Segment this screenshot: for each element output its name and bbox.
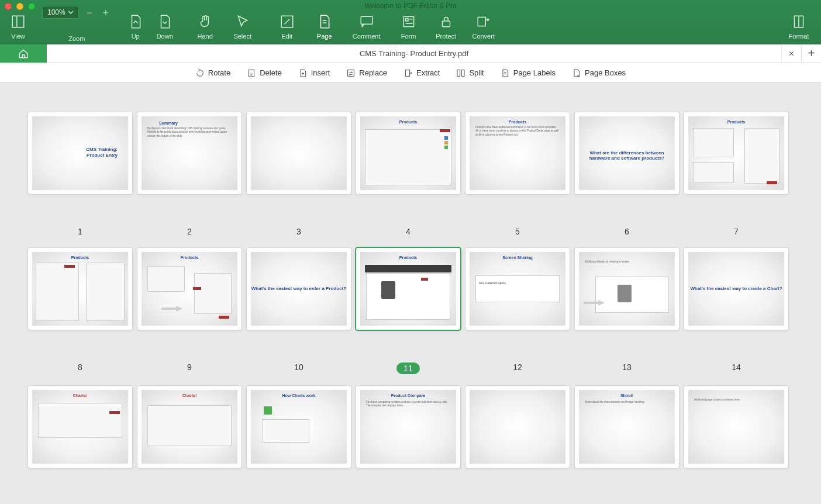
- slide10-text: What's the easiest way to enter a Produc…: [251, 286, 347, 291]
- home-tab[interactable]: [0, 44, 47, 63]
- page-number-3: 3: [296, 227, 301, 236]
- window-close-button[interactable]: [5, 3, 12, 10]
- toolbar-up-label: Up: [132, 33, 140, 40]
- thumbnail-page-14[interactable]: What's the easiest way to create a Chart…: [684, 248, 788, 330]
- svg-rect-21: [405, 70, 409, 76]
- page-number-2: 2: [187, 227, 192, 236]
- insert-button[interactable]: Insert: [298, 68, 330, 78]
- lock-icon: [439, 14, 454, 29]
- page-number-14: 14: [732, 363, 741, 372]
- slide7-header: Products: [688, 120, 784, 124]
- thumbnail-page-2[interactable]: Summary Background text block describing…: [137, 112, 242, 194]
- slide14-text: What's the easiest way to create a Chart…: [688, 286, 784, 291]
- replace-icon: [346, 68, 356, 78]
- thumbnail-page-7[interactable]: Products: [684, 112, 788, 194]
- zoom-out-button[interactable]: −: [81, 7, 98, 19]
- toolbar-select-button[interactable]: Select: [224, 0, 261, 42]
- thumbnail-page-3[interactable]: [247, 112, 351, 194]
- thumbnails-area[interactable]: CMS Training: Product Entry 1 Summary Ba…: [0, 83, 821, 504]
- view-icon: [11, 14, 26, 29]
- rotate-icon: [195, 68, 205, 78]
- window-zoom-button[interactable]: [28, 3, 35, 10]
- thumbnail-page-20[interactable]: Shoot! Notes about the shoot process and…: [575, 386, 679, 468]
- thumbnail-page-10[interactable]: What's the easiest way to enter a Produc…: [247, 248, 351, 330]
- thumbnail-page-11[interactable]: Products: [356, 248, 460, 330]
- toolbar-convert-button[interactable]: Convert: [465, 0, 502, 42]
- toolbar-hand-button[interactable]: Hand: [187, 0, 224, 42]
- toolbar-form-button[interactable]: Form: [390, 0, 427, 42]
- thumbnail-page-15[interactable]: Charts!: [28, 386, 132, 468]
- slide4-header: Products: [360, 120, 456, 124]
- svg-rect-22: [457, 70, 460, 76]
- toolbar-format-button[interactable]: Format: [780, 0, 817, 42]
- thumbnail-page-18[interactable]: Product Compare For those comparing mult…: [356, 386, 460, 468]
- thumbnail-page-4[interactable]: Products: [356, 112, 460, 194]
- thumbnail-page-21[interactable]: Additional page content continues here.: [684, 386, 788, 468]
- toolbar-protect-button[interactable]: Protect: [427, 0, 465, 42]
- toolbar-comment-label: Comment: [353, 33, 381, 40]
- toolbar-page-button[interactable]: Page: [306, 0, 343, 42]
- edit-icon: [280, 14, 295, 29]
- rotate-label: Rotate: [208, 68, 230, 77]
- window-minimize-button[interactable]: [16, 3, 23, 10]
- hand-icon: [198, 14, 213, 29]
- page-number-8: 8: [78, 363, 82, 372]
- page-number-9: 9: [187, 363, 192, 372]
- page-number-4: 4: [406, 227, 410, 236]
- slide17-header: How Charts work: [251, 393, 347, 398]
- delete-button[interactable]: Delete: [247, 68, 282, 78]
- thumbnail-page-16[interactable]: Charts!: [137, 386, 242, 468]
- page-icon: [317, 14, 332, 29]
- toolbar-edit-button[interactable]: Edit: [268, 0, 306, 42]
- thumbnail-page-5[interactable]: Products Products also have additional i…: [465, 112, 570, 194]
- toolbar-select-label: Select: [233, 33, 251, 40]
- extract-button[interactable]: Extract: [403, 68, 440, 78]
- chevron-down-icon: [68, 9, 74, 15]
- tab-add-button[interactable]: +: [801, 44, 821, 63]
- thumbnail-page-13[interactable]: Additional details on creating a review.: [575, 248, 679, 330]
- page-number-13: 13: [622, 363, 632, 372]
- toolbar-protect-label: Protect: [436, 33, 456, 40]
- tab-close-button[interactable]: ×: [781, 44, 801, 63]
- cursor-select-icon: [235, 14, 250, 29]
- page-number-5: 5: [515, 227, 520, 236]
- toolbar-down-button[interactable]: Down: [150, 0, 180, 42]
- toolbar-down-label: Down: [157, 33, 173, 40]
- toolbar-comment-button[interactable]: Comment: [343, 0, 390, 42]
- svg-rect-0: [12, 16, 24, 27]
- home-icon: [18, 48, 29, 60]
- convert-icon: [476, 14, 491, 29]
- slide8-header: Products: [32, 256, 128, 260]
- page-number-11: 11: [396, 363, 420, 374]
- toolbar-zoom-label: Zoom: [68, 35, 85, 42]
- svg-rect-23: [462, 70, 465, 76]
- rotate-button[interactable]: Rotate: [195, 68, 230, 78]
- zoom-select[interactable]: 100%: [42, 6, 79, 19]
- zoom-in-button[interactable]: +: [98, 7, 114, 19]
- split-button[interactable]: Split: [456, 68, 484, 78]
- page-number-1: 1: [78, 227, 82, 236]
- thumbnail-page-17[interactable]: How Charts work: [247, 386, 351, 468]
- form-icon: [401, 14, 416, 29]
- slide11-header: Products: [360, 256, 456, 260]
- replace-button[interactable]: Replace: [346, 68, 387, 78]
- page-number-6: 6: [625, 227, 629, 236]
- page-boxes-button[interactable]: Page Boxes: [572, 68, 626, 78]
- svg-rect-14: [22, 54, 24, 57]
- thumbnail-page-9[interactable]: Products: [137, 248, 242, 330]
- thumbnail-page-8[interactable]: Products: [28, 248, 132, 330]
- tab-file-title[interactable]: CMS Training- Product Entry.pdf: [47, 44, 781, 63]
- page-labels-button[interactable]: Page Labels: [501, 68, 556, 78]
- slide12-header: Screen Sharing: [470, 256, 565, 260]
- slide20-header: Shoot!: [579, 393, 675, 398]
- toolbar-up-button[interactable]: Up: [121, 0, 150, 42]
- slide1-title2: Product Entry: [87, 153, 118, 158]
- thumbnail-page-1[interactable]: CMS Training: Product Entry: [28, 112, 132, 194]
- thumbnail-page-19[interactable]: [465, 386, 570, 468]
- page-tools-bar: Rotate Delete Insert Replace Extract Spl…: [0, 63, 821, 83]
- toolbar-convert-label: Convert: [472, 33, 495, 40]
- thumbnail-page-12[interactable]: Screen Sharing NZL Gallectus specs: [465, 248, 570, 330]
- toolbar-page-label: Page: [317, 33, 332, 40]
- thumbnail-page-6[interactable]: What are the differences between hardwar…: [575, 112, 679, 194]
- toolbar-edit-label: Edit: [281, 33, 292, 40]
